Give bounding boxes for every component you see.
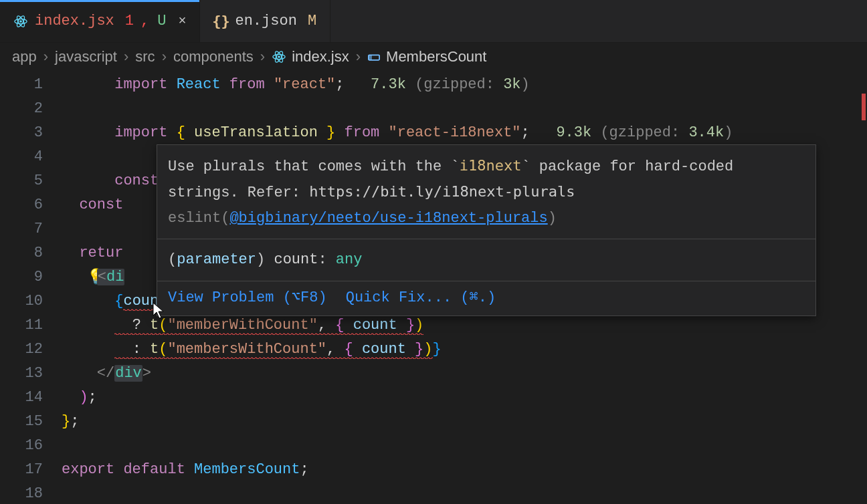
code-line[interactable]: 16 — [0, 433, 867, 457]
tab-git-status: M — [308, 13, 316, 29]
tab-git-status: U — [157, 13, 166, 29]
code-line[interactable]: 12 : t("membersWithCount", { count })} — [0, 337, 867, 361]
line-number: 18 — [0, 485, 62, 502]
line-number: 6 — [0, 197, 62, 213]
code-line[interactable]: 14 ); — [0, 385, 867, 409]
minimap-error-marker[interactable] — [862, 94, 866, 120]
code-line[interactable]: 11 ? t("memberWithCount", { count }) — [0, 313, 867, 337]
line-number: 1 — [0, 76, 62, 93]
line-number: 15 — [0, 413, 62, 430]
line-number: 4 — [0, 148, 62, 165]
svg-point-0 — [19, 20, 22, 23]
hover-message: Use plurals that comes with the `i18next… — [157, 145, 815, 239]
hover-actions: View Problem (⌥F8) Quick Fix... (⌘.) — [157, 281, 815, 316]
hover-tooltip: Use plurals that comes with the `i18next… — [157, 144, 816, 316]
tab-en-json[interactable]: {} en.json M — [200, 0, 330, 42]
svg-point-4 — [278, 55, 280, 58]
line-number: 12 — [0, 341, 62, 358]
hover-type-info: (parameter) count: any — [157, 239, 815, 280]
line-number: 7 — [0, 221, 62, 237]
eslint-rule-link[interactable]: @bigbinary/neeto/use-i18next-plurals — [229, 210, 547, 227]
tab-index-jsx[interactable]: index.jsx 1, U × — [0, 0, 200, 42]
tab-bar: index.jsx 1, U × {} en.json M — [0, 0, 867, 43]
line-number: 9 — [0, 269, 62, 285]
react-icon — [13, 14, 28, 29]
json-icon: {} — [213, 14, 228, 29]
code-line[interactable]: 3 import { useTranslation } from "react-… — [0, 120, 867, 144]
line-number: 10 — [0, 293, 62, 309]
mouse-cursor-icon — [153, 302, 165, 320]
code-line[interactable]: 13 </div> — [0, 361, 867, 385]
code-line[interactable]: 15 }; — [0, 409, 867, 433]
code-line[interactable]: 1 import React from "react"; 7.3k (gzipp… — [0, 72, 867, 96]
line-number: 14 — [0, 389, 62, 406]
tab-filename: index.jsx — [35, 13, 114, 29]
line-number: 8 — [0, 245, 62, 261]
tab-filename: en.json — [235, 13, 296, 29]
view-problem-button[interactable]: View Problem (⌥F8) — [168, 288, 327, 306]
line-number: 13 — [0, 365, 62, 382]
breadcrumb-seg[interactable]: app — [12, 48, 37, 66]
chevron-right-icon: › — [43, 48, 48, 66]
line-number: 3 — [0, 124, 62, 141]
line-number: 16 — [0, 437, 62, 454]
code-line[interactable]: 18 — [0, 481, 867, 504]
tab-error-count: 1 — [125, 13, 134, 29]
line-number: 11 — [0, 317, 62, 334]
line-number: 17 — [0, 461, 62, 478]
close-icon[interactable]: × — [178, 13, 186, 29]
line-number: 5 — [0, 172, 62, 189]
code-line[interactable]: 17 export default MembersCount; — [0, 457, 867, 481]
quick-fix-button[interactable]: Quick Fix... (⌘.) — [346, 288, 496, 306]
line-number: 2 — [0, 100, 62, 117]
